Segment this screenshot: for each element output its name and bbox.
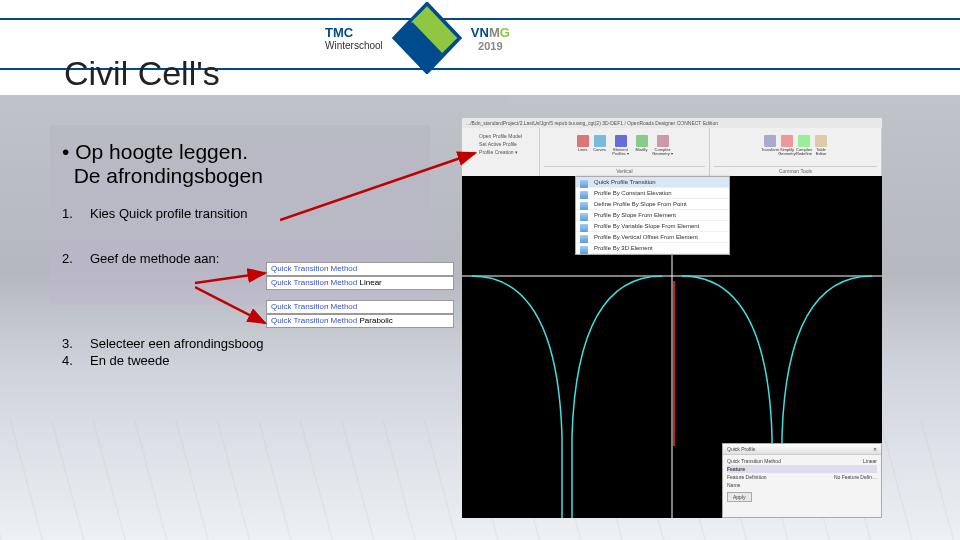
app-titlebar: .../Bdn_standardProject/2.LastUsfJgn/5 r… <box>462 118 882 128</box>
option-row-3: Quick Transition Method <box>266 300 454 314</box>
option-callout: Quick Transition Method Quick Transition… <box>266 262 454 328</box>
open-profile-model[interactable]: Open Profile Model <box>479 132 522 140</box>
properties-panel: Quick Profile ✕ Quick Transition MethodL… <box>722 443 882 518</box>
step-1: 1.Kies Quick profile transition <box>62 206 263 221</box>
dropdown-item-const-elev[interactable]: Profile By Constant Elevation <box>576 188 729 199</box>
logo-diamond-icon <box>391 2 463 74</box>
step-list: 1.Kies Quick profile transition 2.Geef d… <box>62 206 263 368</box>
bullet-line2: De afrondingsbogen <box>74 164 263 187</box>
header-logos: TMC Winterschool VNMG 2019 <box>325 2 510 74</box>
dropdown-item-var-slope[interactable]: Profile By Variable Slope From Element <box>576 221 729 232</box>
slide-content: • Op hoogte leggen. De afrondingsbogen 1… <box>62 140 263 370</box>
logo-vnmg-g: G <box>500 25 510 40</box>
properties-title-text: Quick Profile <box>727 446 755 452</box>
app-screenshot: .../Bdn_standardProject/2.LastUsfJgn/5 r… <box>462 118 882 518</box>
dropdown-item-slope-point[interactable]: Define Profile By Slope From Point <box>576 199 729 210</box>
properties-title: Quick Profile ✕ <box>723 444 881 455</box>
logo-tmc-sub: Winterschool <box>325 40 383 51</box>
set-active-profile[interactable]: Set Active Profile <box>479 140 522 148</box>
close-icon[interactable]: ✕ <box>873 446 877 452</box>
bullet-main: • Op hoogte leggen. De afrondingsbogen <box>62 140 263 188</box>
apply-button[interactable]: Apply <box>727 492 752 502</box>
logo-vnmg-m: M <box>489 25 500 40</box>
option-row-2: Quick Transition Method Linear <box>266 276 454 290</box>
ribbon-btn-table-editor[interactable]: Table Editor <box>814 135 828 161</box>
logo-vnmg-vn: VN <box>471 25 489 40</box>
dropdown-item-offset[interactable]: Profile By Vertical Offset From Element <box>576 232 729 243</box>
logo-vnmg-year: 2019 <box>471 40 510 52</box>
ribbon-panel-vertical: Lines Curves Element Profiles ▾ Modify C… <box>540 128 710 176</box>
step-2: 2.Geef de methode aan: <box>62 251 263 266</box>
prop-row-feature-hdr: Feature <box>727 465 877 473</box>
dropdown-item-3d[interactable]: Profile By 3D Element <box>576 243 729 254</box>
option-row-1: Quick Transition Method <box>266 262 454 276</box>
ribbon-btn-lines[interactable]: Lines <box>576 135 590 161</box>
step-4: 4.En de tweede <box>62 353 263 368</box>
ribbon-btn-modify[interactable]: Modify <box>635 135 649 161</box>
bullet-line1: • Op hoogte leggen. <box>62 140 248 163</box>
logo-tmc: TMC Winterschool <box>325 25 383 51</box>
prop-row-feature-def[interactable]: Feature DefinitionNo Feature Defin… <box>727 473 877 481</box>
ribbon-side-options: Open Profile Model Set Active Profile Pr… <box>476 130 525 158</box>
ribbon-btn-transform[interactable]: Transform <box>763 135 777 161</box>
dropdown-item-slope-elem[interactable]: Profile By Slope From Element <box>576 210 729 221</box>
prop-row-name[interactable]: Name <box>727 481 877 489</box>
logo-tmc-text: TMC <box>325 25 353 40</box>
ribbon-btn-curves[interactable]: Curves <box>593 135 607 161</box>
slide-title: Civil Cell's <box>64 54 220 93</box>
logo-vnmg: VNMG 2019 <box>471 25 510 52</box>
option-row-4: Quick Transition Method Parabolic <box>266 314 454 328</box>
step-3: 3.Selecteer een afrondingsboog <box>62 336 263 351</box>
ribbon-panel-tools: Transform Simplify Geometry Complex Rede… <box>710 128 882 176</box>
ribbon-btn-complex-geom[interactable]: Complex Geometry ▾ <box>652 135 674 161</box>
dropdown-item-quick-transition[interactable]: Quick Profile Transition <box>576 177 729 188</box>
ribbon-btn-element-profiles[interactable]: Element Profiles ▾ <box>610 135 632 161</box>
app-ribbon: Open Profile Model Set Active Profile Pr… <box>462 128 882 176</box>
ribbon-btn-simplify[interactable]: Simplify Geometry <box>780 135 794 161</box>
prop-row-method[interactable]: Quick Transition MethodLinear <box>727 457 877 465</box>
profile-creation[interactable]: Profile Creation ▾ <box>479 148 522 156</box>
element-profiles-dropdown: Quick Profile Transition Profile By Cons… <box>575 176 730 255</box>
ribbon-btn-redefine[interactable]: Complex Redefine <box>797 135 811 161</box>
ribbon-panel-profile: Open Profile Model Set Active Profile Pr… <box>462 128 540 176</box>
